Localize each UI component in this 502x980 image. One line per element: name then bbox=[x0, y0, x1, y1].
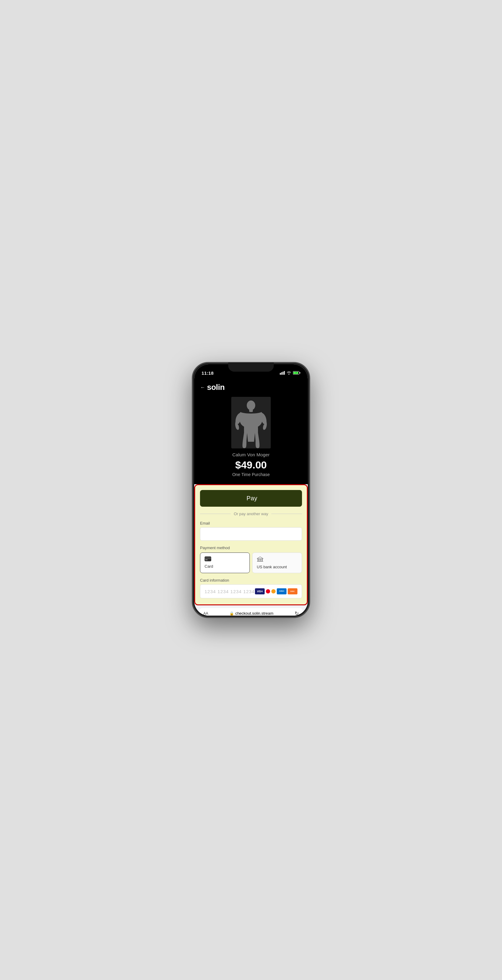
svg-rect-0 bbox=[280, 373, 281, 375]
url-area: 🔒 checkout.solin.stream bbox=[229, 611, 274, 616]
svg-rect-16 bbox=[261, 559, 263, 561]
apple-pay-label: Pay bbox=[247, 495, 257, 502]
svg-rect-9 bbox=[249, 409, 253, 412]
svg-rect-14 bbox=[258, 559, 258, 561]
lock-icon: 🔒 bbox=[229, 611, 234, 616]
card-input-wrapper[interactable]: 1234 1234 1234 1234 VISA AMEX DISC bbox=[200, 584, 302, 598]
visa-logo: VISA bbox=[255, 588, 265, 594]
bank-label: US bank account bbox=[257, 565, 287, 569]
apple-pay-button[interactable]: Pay bbox=[200, 490, 302, 507]
divider-text: Or pay another way bbox=[234, 512, 268, 516]
svg-rect-1 bbox=[281, 372, 282, 375]
wifi-icon bbox=[287, 371, 292, 375]
card-number-placeholder: 1234 1234 1234 1234 bbox=[204, 589, 255, 594]
browser-bar: AA 🔒 checkout.solin.stream ↻ ‹ › bbox=[194, 605, 308, 616]
font-size-label[interactable]: AA bbox=[203, 611, 208, 616]
svg-rect-15 bbox=[260, 559, 261, 561]
divider-line-right bbox=[271, 514, 302, 514]
back-arrow-icon[interactable]: ← bbox=[200, 385, 205, 390]
discover-logo: DISC bbox=[288, 588, 298, 594]
phone-notch bbox=[228, 363, 274, 372]
status-time: 11:18 bbox=[202, 371, 214, 375]
svg-rect-17 bbox=[257, 561, 263, 562]
price: $49.00 bbox=[235, 459, 267, 471]
svg-rect-13 bbox=[257, 558, 263, 559]
hero-section: ← solin bbox=[194, 378, 308, 484]
reload-button[interactable]: ↻ bbox=[295, 611, 299, 616]
phone-frame: 11:18 bbox=[192, 362, 310, 618]
svg-rect-12 bbox=[205, 560, 207, 560]
svg-point-8 bbox=[247, 401, 255, 410]
svg-rect-11 bbox=[204, 558, 211, 559]
amex-logo: AMEX bbox=[277, 588, 287, 594]
purchase-type: One Time Purchase bbox=[232, 472, 270, 477]
back-header: ← solin bbox=[200, 383, 302, 392]
phone-screen: 11:18 bbox=[194, 364, 308, 616]
status-icons bbox=[280, 371, 300, 375]
card-info-label: Card information bbox=[200, 578, 302, 582]
payment-methods: Card bbox=[200, 552, 302, 573]
browser-url-bar[interactable]: AA 🔒 checkout.solin.stream ↻ bbox=[199, 608, 303, 616]
svg-rect-3 bbox=[284, 371, 285, 375]
svg-rect-6 bbox=[300, 372, 300, 374]
payment-method-label: Payment method bbox=[200, 546, 302, 550]
mastercard-logo bbox=[266, 588, 276, 594]
card-label: Card bbox=[204, 564, 213, 569]
email-input[interactable] bbox=[200, 527, 302, 541]
card-icon bbox=[204, 557, 211, 563]
card-logos: VISA AMEX DISC bbox=[255, 588, 298, 594]
divider-line-left bbox=[200, 514, 231, 514]
app-content: ← solin bbox=[194, 378, 308, 616]
bank-icon bbox=[257, 557, 263, 563]
browser-url-left: AA bbox=[203, 611, 208, 616]
svg-rect-2 bbox=[282, 372, 284, 375]
card-payment-button[interactable]: Card bbox=[200, 552, 250, 573]
checkout-section: Pay Or pay another way Email Payment met… bbox=[194, 484, 308, 605]
bank-payment-button[interactable]: US bank account bbox=[252, 552, 302, 573]
athlete-name: Calum Von Moger bbox=[232, 452, 269, 457]
brand-name: solin bbox=[207, 383, 225, 392]
email-label: Email bbox=[200, 521, 302, 525]
signal-icon bbox=[280, 371, 285, 375]
url-text: checkout.solin.stream bbox=[235, 611, 274, 616]
divider: Or pay another way bbox=[200, 512, 302, 516]
battery-icon bbox=[293, 371, 300, 375]
svg-rect-10 bbox=[205, 557, 211, 561]
athlete-image bbox=[231, 397, 271, 449]
